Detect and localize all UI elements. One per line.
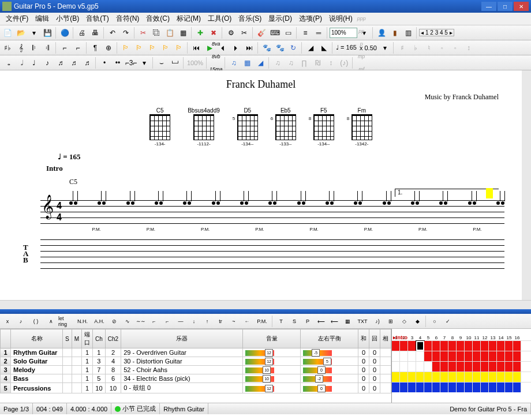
- timeline-cell[interactable]: [457, 351, 465, 361]
- book-icon[interactable]: ▮: [388, 27, 401, 39]
- timeline-cell[interactable]: [448, 382, 457, 392]
- horizontal-scrollbar[interactable]: [0, 300, 531, 309]
- tracks-column-header[interactable]: 左右平衡: [301, 329, 358, 348]
- alt-ending-icon[interactable]: ⌐: [58, 42, 71, 54]
- effect-button[interactable]: A.H.: [91, 315, 107, 328]
- menu-item[interactable]: 音效(C): [143, 13, 173, 25]
- effect-button[interactable]: ▦: [341, 315, 354, 328]
- effect-button[interactable]: x: [1, 315, 14, 328]
- dynamic-button[interactable]: p: [355, 38, 368, 50]
- undo-icon[interactable]: ↶: [106, 27, 119, 39]
- timeline-cell[interactable]: [513, 362, 521, 372]
- loop-icon[interactable]: 🐾: [274, 42, 286, 54]
- tracks-column-header[interactable]: 乐器: [121, 329, 243, 348]
- timeline-cell[interactable]: [489, 351, 497, 361]
- track-row[interactable]: 4Bass15634 - Electric Bass (pick)10-200: [1, 374, 391, 383]
- menu-item[interactable]: 工具(O): [204, 13, 235, 25]
- timeline-cell[interactable]: [473, 351, 481, 361]
- timeline-cell[interactable]: [432, 362, 440, 372]
- timeline-cell[interactable]: [408, 351, 416, 361]
- tuplet-dropdown-icon[interactable]: ▾: [138, 57, 151, 69]
- timeline-cell[interactable]: [465, 341, 473, 351]
- timeline-cell[interactable]: [400, 362, 408, 372]
- timeline-cell[interactable]: [513, 382, 521, 392]
- timeline-cell[interactable]: [505, 341, 513, 351]
- timeline-cell[interactable]: [440, 362, 448, 372]
- tracks-column-header[interactable]: 名称: [11, 329, 63, 348]
- timeline-cell[interactable]: [457, 372, 465, 382]
- properties-icon[interactable]: ⚙: [225, 27, 237, 39]
- close-button[interactable]: ✕: [514, 2, 529, 11]
- dynamic-button[interactable]: ppp: [355, 12, 368, 25]
- timeline-cell[interactable]: [408, 362, 416, 372]
- timeline-cell[interactable]: [400, 341, 408, 351]
- key-sig-icon[interactable]: ♯♭: [1, 42, 14, 54]
- effect-button[interactable]: N.H.: [74, 315, 91, 328]
- piano-icon[interactable]: ▥: [402, 27, 414, 39]
- tuplet-icon[interactable]: ⌐3⌐: [125, 57, 137, 69]
- track-row[interactable]: 1Rhythm Guitar11229 - Overdriven Guitar1…: [1, 348, 391, 357]
- effect-button[interactable]: ✓: [442, 315, 454, 328]
- tracks-column-header[interactable]: M: [72, 329, 81, 348]
- menu-item[interactable]: 音乐(S): [235, 13, 265, 25]
- timeline-cell[interactable]: [440, 372, 448, 382]
- marker-list-icon[interactable]: 🏳: [146, 42, 159, 54]
- add-track-icon[interactable]: ✚: [194, 27, 207, 39]
- effect-button[interactable]: ↓: [188, 315, 200, 328]
- timeline-cell[interactable]: [424, 362, 432, 372]
- timeline-cell[interactable]: [392, 341, 400, 351]
- instrument-icon[interactable]: 🎸: [255, 27, 268, 39]
- effect-button[interactable]: ⟵: [315, 315, 327, 328]
- timeline-cell[interactable]: [392, 382, 400, 392]
- fermata-icon[interactable]: ⏘: [169, 57, 181, 69]
- effect-button[interactable]: ◆: [411, 315, 424, 328]
- timeline-cell[interactable]: [424, 341, 432, 351]
- timeline-cell[interactable]: [481, 362, 489, 372]
- timeline-cell[interactable]: [400, 351, 408, 361]
- zoom-input[interactable]: [330, 28, 357, 38]
- effect-button[interactable]: tr: [214, 315, 227, 328]
- timeline-cell[interactable]: [457, 341, 465, 351]
- effect-button[interactable]: ~: [227, 315, 240, 328]
- beam5-icon[interactable]: ↕: [324, 57, 337, 69]
- splitter-bar[interactable]: [0, 309, 531, 314]
- scissors-icon[interactable]: ✂: [238, 27, 250, 39]
- timeline-cell[interactable]: [513, 341, 521, 351]
- effect-button[interactable]: ○: [428, 315, 441, 328]
- beam6-icon[interactable]: (♪): [338, 57, 350, 69]
- effect-button[interactable]: ∼∼: [134, 315, 147, 328]
- beam2-icon[interactable]: ♫: [285, 57, 297, 69]
- timeline-cell[interactable]: [448, 372, 457, 382]
- effect-button[interactable]: —: [174, 315, 187, 328]
- effect-button[interactable]: ♪): [371, 315, 384, 328]
- maximize-button[interactable]: □: [498, 2, 513, 11]
- volta-icon[interactable]: ⌐: [72, 42, 84, 54]
- timeline-cell[interactable]: [497, 351, 505, 361]
- effect-button[interactable]: TXT: [354, 315, 371, 328]
- tracks-column-header[interactable]: 回: [369, 329, 380, 348]
- timeline-cell[interactable]: [432, 351, 440, 361]
- transpose-icon[interactable]: ↕: [462, 42, 475, 54]
- marker-goto-icon[interactable]: 🏳: [173, 42, 185, 54]
- open-icon[interactable]: 📂: [14, 27, 27, 39]
- menu-item[interactable]: 选项(P): [296, 13, 326, 25]
- timeline-cell[interactable]: [489, 341, 497, 351]
- menu-item[interactable]: 音符(N): [113, 13, 143, 25]
- print-icon[interactable]: 🖶: [89, 27, 102, 39]
- timeline-cell[interactable]: [481, 351, 489, 361]
- save-icon[interactable]: 💾: [41, 27, 54, 39]
- redo-icon[interactable]: ↷: [119, 27, 132, 39]
- new-icon[interactable]: 📄: [1, 27, 14, 39]
- effect-button[interactable]: ↑: [201, 315, 214, 328]
- effect-button[interactable]: T: [275, 315, 287, 328]
- timeline-cell[interactable]: [424, 372, 432, 382]
- semitone-up-icon[interactable]: ◦: [449, 42, 462, 54]
- beam-icon[interactable]: ♫: [271, 57, 284, 69]
- eighth-note-icon[interactable]: ♪: [41, 57, 54, 69]
- timeline-cell[interactable]: [489, 362, 497, 372]
- track-row[interactable]: 2Solo Guitar13430 - Distortion Guitar125…: [1, 357, 391, 366]
- natural-icon[interactable]: ♮: [422, 42, 435, 54]
- semitone-down-icon[interactable]: ◦: [436, 42, 448, 54]
- timeline-cell[interactable]: [513, 372, 521, 382]
- timeline-panel[interactable]: ▸Intro12345678910111213141516: [391, 329, 531, 403]
